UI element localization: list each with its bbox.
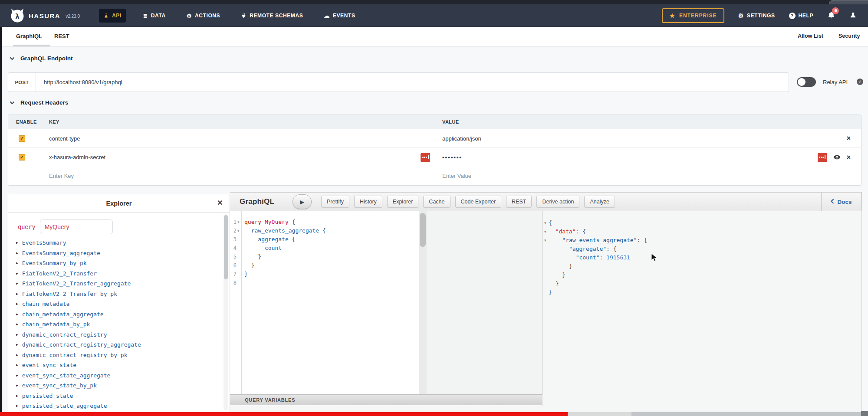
close-icon[interactable]: × [217, 198, 223, 207]
explorer-item-event_sync_state_aggregate[interactable]: ▶event_sync_state_aggregate [16, 370, 218, 381]
history-button[interactable]: History [354, 196, 382, 208]
explorer-item-event_sync_state[interactable]: ▶event_sync_state [16, 360, 218, 370]
query-name-input[interactable] [40, 219, 113, 234]
query-editor[interactable]: 1▾2▾345678 query MyQuery { raw_events_ag… [230, 211, 419, 394]
header-key-cell[interactable]: content-type [46, 129, 439, 147]
explorer-item-event_sync_state_by_pk[interactable]: ▶event_sync_state_by_pk [16, 380, 218, 391]
settings-button[interactable]: ⚙ SETTINGS [738, 13, 775, 19]
explorer-item-persisted_state_aggregate[interactable]: ▶persisted_state_aggregate [16, 401, 218, 411]
browser-top-strip [0, 0, 868, 4]
graphiql-title: GraphiQL [240, 197, 274, 206]
col-key: KEY [46, 119, 439, 124]
expand-arrow-icon[interactable]: ▶ [16, 282, 18, 285]
tab-graphiql[interactable]: GraphiQL [16, 33, 42, 39]
tab-allow-list[interactable]: Allow List [798, 33, 823, 39]
query-variables-bar[interactable]: QUERY VARIABLES [230, 394, 542, 405]
password-manager-icon[interactable] [818, 153, 827, 162]
explorer-item-EventsSummary_by_pk[interactable]: ▶EventsSummary_by_pk [16, 258, 218, 269]
expand-arrow-icon[interactable]: ▶ [16, 383, 18, 387]
enterprise-label: ENTERPRISE [679, 13, 717, 19]
fold-arrow-icon[interactable]: ▾ [544, 236, 549, 245]
explorer-item-FiatTokenV2_2_Transfer_aggregate[interactable]: ▶FiatTokenV2_2_Transfer_aggregate [16, 278, 218, 289]
expand-arrow-icon[interactable]: ▶ [16, 353, 18, 357]
user-button[interactable] [849, 11, 857, 20]
nav-item-remote-schemas[interactable]: REMOTE SCHEMAS [237, 9, 307, 23]
expand-arrow-icon[interactable]: ▶ [16, 404, 18, 408]
value-input[interactable]: Enter Value [439, 167, 861, 185]
gears-icon: ⚙ [187, 13, 192, 19]
fold-arrow-icon[interactable]: ▾ [237, 229, 241, 233]
video-buffer-bar[interactable] [568, 412, 631, 416]
request-headers-section-header[interactable]: Request Headers [10, 99, 68, 106]
rest-button[interactable]: REST [506, 196, 532, 208]
expand-arrow-icon[interactable]: ▶ [16, 261, 18, 265]
video-progress-track[interactable] [631, 412, 868, 416]
fold-arrow-icon[interactable]: ▾ [544, 219, 549, 227]
query-code-area[interactable]: query MyQuery { raw_events_aggregate { a… [244, 218, 419, 394]
explorer-item-persisted_state[interactable]: ▶persisted_state [16, 391, 218, 401]
eye-icon[interactable] [833, 154, 841, 161]
explorer-item-FiatTokenV2_2_Transfer_by_pk[interactable]: ▶FiatTokenV2_2_Transfer_by_pk [16, 289, 218, 299]
password-manager-icon[interactable] [421, 153, 430, 162]
explorer-item-dynamic_contract_registry_aggregate[interactable]: ▶dynamic_contract_registry_aggregate [16, 340, 218, 350]
help-button[interactable]: ? HELP [789, 13, 813, 19]
enterprise-button[interactable]: ★ ENTERPRISE [662, 8, 724, 23]
info-icon[interactable]: i [857, 79, 863, 85]
fold-arrow-icon[interactable]: ▾ [237, 220, 241, 224]
explorer-item-chain_metadata[interactable]: ▶chain_metadata [16, 299, 218, 309]
expand-arrow-icon[interactable]: ▶ [16, 302, 18, 306]
expand-arrow-icon[interactable]: ▶ [16, 312, 18, 316]
line-number: 5 [233, 254, 237, 260]
docs-button[interactable]: Docs [821, 193, 861, 211]
explorer-item-dynamic_contract_registry_by_pk[interactable]: ▶dynamic_contract_registry_by_pk [16, 350, 218, 360]
code-exporter-button[interactable]: Code Exporter [455, 196, 502, 208]
expand-arrow-icon[interactable]: ▶ [16, 241, 18, 245]
explorer-item-FiatTokenV2_2_Transfer[interactable]: ▶FiatTokenV2_2_Transfer [16, 269, 218, 279]
enable-checkbox[interactable]: ✓ [19, 135, 25, 142]
graphql-endpoint-section-header[interactable]: GraphQL Endpoint [10, 55, 73, 62]
expand-arrow-icon[interactable]: ▶ [16, 292, 18, 296]
fold-arrow-icon[interactable]: ▾ [544, 227, 549, 236]
editor-scrollbar-thumb[interactable] [420, 213, 426, 247]
expand-arrow-icon[interactable]: ▶ [16, 272, 18, 275]
expand-arrow-icon[interactable]: ▶ [16, 322, 18, 326]
nav-item-actions[interactable]: ⚙ACTIONS [182, 9, 224, 23]
derive-action-button[interactable]: Derive action [536, 196, 579, 208]
notifications-button[interactable] [827, 11, 835, 21]
nav-item-data[interactable]: DATA [138, 9, 170, 23]
explorer-button[interactable]: Explorer [387, 196, 419, 208]
tab-rest[interactable]: REST [54, 33, 69, 39]
expand-arrow-icon[interactable]: ▶ [16, 373, 18, 377]
nav-item-api[interactable]: API [99, 9, 126, 23]
remove-header-icon[interactable]: × [847, 154, 851, 161]
expand-arrow-icon[interactable]: ▶ [16, 333, 18, 337]
execute-query-button[interactable]: ▶ [293, 194, 312, 209]
header-value-cell[interactable]: application/json× [439, 129, 861, 147]
endpoint-url-input[interactable] [36, 73, 789, 92]
query-variables-editor[interactable] [230, 406, 542, 412]
explorer-item-dynamic_contract_registry[interactable]: ▶dynamic_contract_registry [16, 330, 218, 340]
explorer-item-chain_metadata_by_pk[interactable]: ▶chain_metadata_by_pk [16, 319, 218, 330]
cache-button[interactable]: Cache [423, 196, 450, 208]
remove-header-icon[interactable]: × [847, 135, 851, 142]
expand-arrow-icon[interactable]: ▶ [16, 251, 18, 255]
expand-arrow-icon[interactable]: ▶ [16, 363, 18, 367]
relay-api-toggle[interactable] [797, 77, 816, 87]
enable-checkbox[interactable]: ✓ [19, 154, 25, 161]
explorer-scrollbar-thumb[interactable] [224, 215, 228, 279]
video-progress-bar[interactable] [0, 412, 568, 416]
header-key-cell[interactable]: x-hasura-admin-secret [46, 148, 439, 167]
hasura-logo-icon[interactable]: λ [10, 8, 25, 23]
key-input[interactable]: Enter Key [46, 167, 439, 185]
expand-arrow-icon[interactable]: ▶ [16, 394, 18, 398]
prettify-button[interactable]: Prettify [321, 196, 349, 208]
nav-item-events[interactable]: ☁EVENTS [319, 9, 359, 23]
explorer-item-EventsSummary[interactable]: ▶EventsSummary [16, 238, 218, 248]
tab-security[interactable]: Security [838, 33, 860, 39]
analyze-button[interactable]: Analyze [584, 196, 615, 208]
expand-arrow-icon[interactable]: ▶ [16, 343, 18, 347]
explorer-item-EventsSummary_aggregate[interactable]: ▶EventsSummary_aggregate [16, 248, 218, 259]
settings-label: SETTINGS [747, 13, 775, 19]
explorer-item-chain_metadata_aggregate[interactable]: ▶chain_metadata_aggregate [16, 309, 218, 320]
header-value-cell[interactable]: •••••••× [439, 148, 861, 167]
